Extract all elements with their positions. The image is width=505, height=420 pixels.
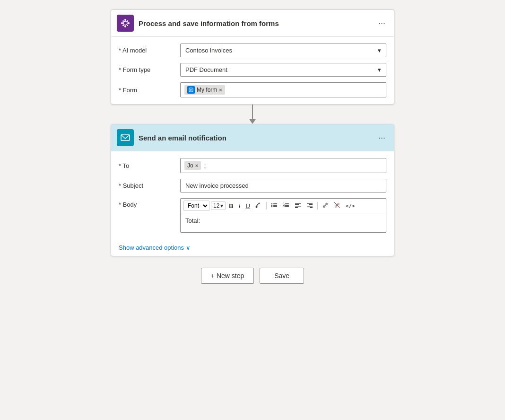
svg-point-16 xyxy=(271,204,272,205)
bold-icon: B xyxy=(229,202,233,210)
unlink-button[interactable] xyxy=(332,201,342,211)
process-forms-card: Process and save information from forms … xyxy=(111,9,394,105)
align-left-button[interactable] xyxy=(293,201,303,211)
to-tag-close-button[interactable]: × xyxy=(195,163,198,168)
svg-rect-30 xyxy=(307,203,313,204)
form-type-chevron-icon: ▾ xyxy=(378,66,381,73)
toolbar-sep-1 xyxy=(266,202,267,210)
svg-rect-33 xyxy=(310,207,313,208)
svg-rect-25 xyxy=(285,206,289,207)
svg-rect-29 xyxy=(295,207,298,208)
ai-model-chevron-icon: ▾ xyxy=(378,47,381,54)
svg-point-5 xyxy=(122,20,124,22)
underline-button[interactable]: U xyxy=(244,201,252,210)
new-step-button[interactable]: + New step xyxy=(201,268,254,284)
align-right-icon xyxy=(306,202,313,209)
canvas: Process and save information from forms … xyxy=(0,0,505,312)
svg-point-6 xyxy=(127,25,128,26)
form-type-row: * Form type PDF Document ▾ xyxy=(119,63,386,77)
svg-point-3 xyxy=(121,22,123,24)
email-title: Send an email notification xyxy=(139,134,375,142)
process-forms-body: * AI model Contoso invoices ▾ * Form typ… xyxy=(111,37,394,104)
subject-label: * Subject xyxy=(119,182,180,189)
ul-icon xyxy=(271,202,278,209)
to-semicolon: ; xyxy=(204,161,206,170)
svg-point-4 xyxy=(128,22,130,24)
process-forms-title: Process and save information from forms xyxy=(139,19,375,27)
align-left-icon xyxy=(295,202,301,209)
align-right-button[interactable] xyxy=(305,201,315,211)
svg-point-18 xyxy=(271,206,272,207)
ai-model-label: * AI model xyxy=(119,47,180,54)
form-type-select[interactable]: PDF Document ▾ xyxy=(180,63,386,77)
svg-rect-26 xyxy=(295,203,301,204)
show-advanced-chevron-icon: ∨ xyxy=(186,244,191,251)
process-forms-more-button[interactable]: ··· xyxy=(375,18,388,29)
svg-point-1 xyxy=(124,19,126,21)
svg-rect-9 xyxy=(189,88,193,92)
unordered-list-button[interactable] xyxy=(269,201,279,211)
form-tag: My form × xyxy=(184,85,225,95)
svg-point-7 xyxy=(127,20,128,22)
body-toolbar: Font 12 ▾ B I U xyxy=(181,199,386,213)
body-label: * Body xyxy=(119,198,180,208)
font-size-control: 12 ▾ xyxy=(211,201,226,210)
email-more-button[interactable]: ··· xyxy=(375,132,388,144)
show-advanced-label: Show advanced options xyxy=(119,244,184,251)
connector xyxy=(249,105,256,124)
font-select[interactable]: Font xyxy=(183,201,209,211)
svg-rect-27 xyxy=(295,204,299,205)
to-row: * To Jo × ; xyxy=(119,158,386,173)
svg-point-0 xyxy=(123,21,127,25)
ai-model-select[interactable]: Contoso invoices ▾ xyxy=(180,44,386,57)
svg-rect-19 xyxy=(273,206,277,207)
svg-rect-17 xyxy=(273,205,277,206)
ai-model-row: * AI model Contoso invoices ▾ xyxy=(119,44,386,57)
bottom-actions: + New step Save xyxy=(201,268,304,284)
svg-text:3.: 3. xyxy=(283,205,285,208)
subject-input[interactable] xyxy=(180,179,386,192)
email-icon xyxy=(117,129,134,146)
brush-icon xyxy=(255,202,262,209)
ordered-list-button[interactable]: 1.2.3. xyxy=(281,201,291,211)
ai-model-value: Contoso invoices xyxy=(185,47,232,54)
form-tag-close-button[interactable]: × xyxy=(219,87,222,93)
to-label: * To xyxy=(119,162,180,169)
body-editor: Font 12 ▾ B I U xyxy=(180,198,386,233)
svg-rect-32 xyxy=(307,206,313,207)
form-row: * Form My form × xyxy=(119,82,386,97)
email-body: * To Jo × ; * Subject * Body xyxy=(111,151,394,239)
email-header: Send an email notification ··· xyxy=(111,124,394,151)
svg-rect-31 xyxy=(309,204,313,205)
svg-rect-23 xyxy=(285,205,289,206)
ol-icon: 1.2.3. xyxy=(283,202,289,209)
code-button[interactable]: </> xyxy=(344,202,357,210)
italic-icon: I xyxy=(239,202,241,210)
show-advanced-options[interactable]: Show advanced options ∨ xyxy=(111,239,394,256)
link-button[interactable] xyxy=(320,201,331,211)
underline-icon: U xyxy=(245,202,250,210)
bold-button[interactable]: B xyxy=(227,201,235,210)
ai-icon xyxy=(117,15,134,32)
form-label: * Form xyxy=(119,87,180,94)
body-text: Total: xyxy=(185,217,200,224)
body-row: * Body Font 12 ▾ B xyxy=(119,198,386,233)
svg-rect-15 xyxy=(273,203,277,204)
process-forms-header: Process and save information from forms … xyxy=(111,10,394,37)
svg-point-2 xyxy=(124,26,126,27)
svg-point-14 xyxy=(271,203,272,204)
svg-point-13 xyxy=(255,206,257,208)
form-tag-value: My form xyxy=(197,87,217,93)
form-tag-input[interactable]: My form × xyxy=(180,82,386,97)
font-size-value: 12 xyxy=(213,202,219,209)
to-tag-input[interactable]: Jo × ; xyxy=(180,158,386,173)
italic-button[interactable]: I xyxy=(237,201,243,210)
body-content[interactable]: Total: xyxy=(181,213,386,232)
save-button[interactable]: Save xyxy=(260,268,304,284)
svg-rect-21 xyxy=(285,203,289,204)
link-icon xyxy=(322,202,329,209)
font-size-chevron-icon[interactable]: ▾ xyxy=(220,202,223,209)
svg-point-8 xyxy=(122,25,124,26)
brush-button[interactable] xyxy=(253,201,264,211)
unlink-icon xyxy=(334,202,340,209)
